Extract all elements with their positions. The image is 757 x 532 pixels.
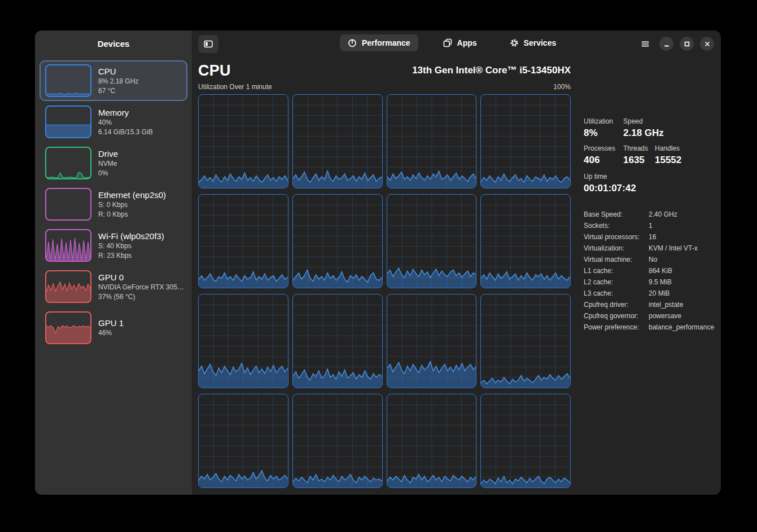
- device-subline: NVIDIA GeForce RTX 305…: [98, 283, 182, 292]
- device-text: Wi-Fi (wlp0s20f3) S: 40 Kbps R: 23 Kbps: [98, 231, 164, 261]
- tab-performance-label: Performance: [362, 38, 410, 47]
- page-title: CPU: [198, 62, 231, 80]
- device-text: CPU 8% 2.18 GHz 67 °C: [98, 66, 138, 96]
- device-title: GPU 1: [98, 318, 124, 328]
- header-bar: Performance Apps Services: [192, 30, 721, 57]
- core-graph-0: [198, 94, 288, 188]
- cpu-page: CPU 13th Gen Intel® Core™ i5-13450HX Uti…: [192, 57, 721, 495]
- device-title: CPU: [98, 66, 138, 77]
- sidebar-toggle-button[interactable]: [198, 35, 218, 53]
- menu-button[interactable]: [637, 36, 653, 52]
- detail-label: Virtual processors:: [584, 231, 649, 243]
- maximize-button[interactable]: [680, 37, 694, 51]
- axis-row: Utilization Over 1 minute 100%: [198, 82, 571, 92]
- sidebar-item-gpu1[interactable]: GPU 1 46%: [40, 307, 187, 348]
- device-text: GPU 1 46%: [98, 318, 124, 338]
- tab-apps[interactable]: Apps: [435, 34, 485, 51]
- device-subline: 37% (56 °C): [98, 292, 182, 302]
- core-graph-2: [387, 94, 477, 188]
- detail-row: Base Speed: 2.40 GHz: [584, 209, 717, 220]
- detail-row: L3 cache: 20 MiB: [584, 288, 717, 299]
- device-title: Memory: [98, 107, 153, 118]
- tab-services[interactable]: Services: [502, 34, 565, 51]
- speed-label: Speed: [623, 117, 717, 126]
- hamburger-icon: [641, 39, 650, 49]
- detail-row: Virtual processors: 16: [584, 231, 717, 243]
- threads-value: 1635: [623, 153, 655, 171]
- core-graph-1: [292, 94, 383, 188]
- device-thumbnail-graph: [45, 64, 91, 97]
- core-graph-5: [292, 194, 383, 288]
- core-graph-12: [198, 394, 288, 488]
- core-graph-13: [292, 394, 383, 488]
- sidebar-item-memory[interactable]: Memory 40% 6.14 GiB/15.3 GiB: [40, 102, 187, 142]
- device-text: GPU 0 NVIDIA GeForce RTX 305… 37% (56 °C…: [98, 272, 182, 302]
- detail-row: Virtualization: KVM / Intel VT-x: [584, 243, 717, 254]
- core-graph-3: [480, 94, 571, 188]
- detail-label: L3 cache:: [584, 288, 649, 299]
- processes-value: 406: [584, 153, 623, 171]
- device-subline: 40%: [98, 118, 153, 127]
- minimize-button[interactable]: [659, 37, 673, 51]
- utilization-value: 8%: [584, 126, 623, 144]
- detail-value: 1: [649, 220, 653, 231]
- detail-label: L2 cache:: [584, 276, 649, 288]
- speedometer-icon: [348, 38, 357, 47]
- tab-apps-label: Apps: [457, 38, 477, 47]
- detail-label: Power preference:: [584, 322, 649, 333]
- device-subline: NVMe: [98, 159, 118, 169]
- uptime-label: Up time: [584, 172, 717, 181]
- detail-row: Cpufreq governor: powersave: [584, 310, 717, 322]
- detail-row: Sockets: 1: [584, 220, 717, 231]
- device-subline: 46%: [98, 328, 124, 338]
- sidebar-header: Devices: [35, 30, 192, 57]
- device-text: Ethernet (enp2s0) S: 0 Kbps R: 0 Kbps: [98, 190, 166, 219]
- axis-max-label: 100%: [553, 83, 571, 91]
- core-graph-9: [292, 294, 383, 388]
- utilization-label: Utilization: [584, 117, 623, 126]
- split-panel-icon: [204, 39, 213, 49]
- sidebar-item-wifi[interactable]: Wi-Fi (wlp0s20f3) S: 40 Kbps R: 23 Kbps: [40, 225, 187, 266]
- detail-label: Sockets:: [584, 220, 649, 231]
- desktop: { "colors": {"accent":"#3584e4","green":…: [0, 0, 757, 532]
- detail-label: Cpufreq governor:: [584, 310, 649, 322]
- core-graph-4: [198, 194, 288, 288]
- title-row: CPU 13th Gen Intel® Core™ i5-13450HX: [198, 59, 571, 82]
- close-button[interactable]: [700, 37, 714, 51]
- detail-value: 864 KiB: [649, 265, 672, 276]
- minimize-icon: [662, 39, 671, 49]
- sidebar-item-drive[interactable]: Drive NVMe 0%: [40, 143, 187, 183]
- core-graph-14: [387, 394, 477, 488]
- detail-value: powersave: [649, 310, 681, 322]
- device-thumbnail-graph: [45, 229, 91, 262]
- handles-value: 15552: [655, 153, 717, 171]
- cpu-details-list: Base Speed: 2.40 GHz Sockets: 1 Virtual …: [584, 209, 717, 333]
- detail-value: 9.5 MiB: [649, 276, 672, 288]
- processes-label: Processes: [584, 144, 623, 153]
- tab-performance[interactable]: Performance: [340, 34, 418, 51]
- tab-bar: Performance Apps Services: [340, 34, 564, 51]
- device-title: Ethernet (enp2s0): [98, 190, 166, 200]
- detail-label: Virtual machine:: [584, 254, 649, 265]
- detail-value: KVM / Intel VT-x: [649, 243, 698, 254]
- app-window: Devices CPU 8% 2.18 GHz 67 °C Memory 40%…: [35, 30, 721, 495]
- device-thumbnail-graph: [45, 311, 91, 344]
- stacked-windows-icon: [443, 38, 452, 47]
- device-subline: R: 0 Kbps: [98, 210, 166, 219]
- device-list: CPU 8% 2.18 GHz 67 °C Memory 40% 6.14 Gi…: [35, 57, 192, 351]
- cpu-model-name: 13th Gen Intel® Core™ i5-13450HX: [412, 65, 571, 76]
- tab-services-label: Services: [524, 38, 557, 47]
- core-graph-8: [198, 294, 288, 388]
- sidebar-item-cpu[interactable]: CPU 8% 2.18 GHz 67 °C: [40, 60, 187, 101]
- window-controls: [637, 36, 714, 52]
- detail-row: Power preference: balance_performance: [584, 322, 717, 333]
- handles-label: Handles: [655, 144, 717, 153]
- detail-value: intel_pstate: [649, 299, 683, 310]
- sidebar-item-ethernet[interactable]: Ethernet (enp2s0) S: 0 Kbps R: 0 Kbps: [40, 184, 187, 225]
- device-subline: 67 °C: [98, 86, 138, 96]
- core-graph-10: [387, 294, 477, 388]
- sidebar-item-gpu0[interactable]: GPU 0 NVIDIA GeForce RTX 305… 37% (56 °C…: [40, 266, 187, 307]
- stat-grid: Utilization Speed 8% 2.18 GHz Processes …: [584, 117, 717, 171]
- speed-value: 2.18 GHz: [623, 126, 717, 144]
- maximize-icon: [682, 39, 692, 49]
